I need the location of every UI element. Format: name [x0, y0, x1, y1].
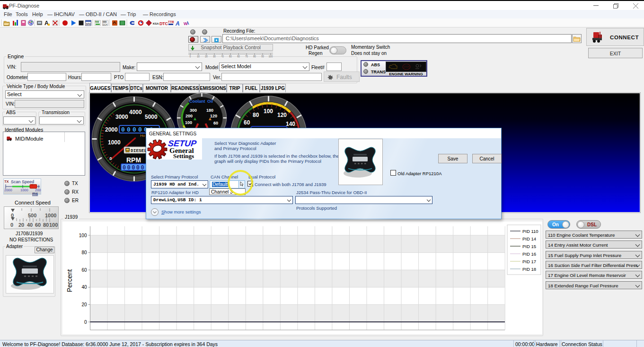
svg-text:DIESEL: DIESEL [131, 148, 147, 153]
svg-text:500: 500 [95, 20, 99, 23]
svg-text:500: 500 [28, 213, 36, 218]
svg-text:60: 60 [244, 119, 250, 126]
svg-text:20: 20 [81, 302, 87, 307]
svg-text:DCH: DCH [103, 24, 107, 26]
svg-text:PID 14: PID 14 [522, 236, 536, 241]
svg-text:40: 40 [27, 222, 33, 228]
svg-text:80: 80 [81, 250, 87, 255]
svg-text:Coolant: Coolant [189, 99, 205, 104]
svg-text:TC: TC [162, 21, 168, 26]
svg-text:120: 120 [210, 114, 217, 118]
svg-text:200: 200 [185, 114, 193, 118]
svg-text:Oil: Oil [207, 99, 213, 104]
svg-text:000: 000 [103, 20, 107, 23]
svg-text:100: 100 [79, 233, 87, 238]
svg-text:BPM: BPM [86, 23, 91, 26]
svg-text:Percent: Percent [66, 269, 73, 292]
svg-text:100: 100 [49, 222, 58, 228]
svg-text:4000: 4000 [129, 109, 142, 116]
svg-text:60: 60 [35, 222, 41, 228]
svg-text:PID 18: PID 18 [522, 267, 536, 272]
svg-text:W: W [184, 21, 188, 26]
svg-text:60: 60 [213, 121, 218, 125]
svg-text:1000: 1000 [45, 213, 56, 218]
svg-text:KSA: KSA [153, 22, 159, 25]
svg-text:120: 120 [277, 112, 287, 118]
svg-text:140: 140 [286, 121, 295, 127]
svg-text:0: 0 [84, 320, 87, 325]
svg-text:80: 80 [253, 112, 259, 118]
svg-text:00000: 00000 [123, 165, 145, 171]
svg-text:1000: 1000 [108, 139, 121, 146]
svg-text:0: 0 [10, 222, 13, 228]
svg-text:A: A [175, 20, 180, 27]
svg-text:PID 110: PID 110 [522, 229, 538, 234]
svg-text:100: 100 [185, 120, 192, 125]
svg-text:5000: 5000 [145, 114, 158, 120]
svg-text:60: 60 [81, 267, 87, 273]
svg-text:RPM: RPM [126, 156, 141, 164]
svg-text:PID 17: PID 17 [522, 259, 536, 264]
svg-text:2000: 2000 [105, 126, 118, 133]
svg-text:80: 80 [43, 222, 49, 228]
svg-text:Ho: Ho [140, 133, 145, 138]
svg-text:3000: 3000 [115, 114, 128, 120]
svg-text:0: 0 [110, 156, 112, 161]
svg-text:PID 15: PID 15 [522, 244, 536, 249]
svg-text:40: 40 [81, 285, 87, 290]
svg-text:PID 16: PID 16 [522, 251, 536, 257]
svg-text:20: 20 [18, 222, 24, 228]
svg-text:180: 180 [206, 108, 213, 113]
svg-text:STOP: STOP [404, 66, 409, 68]
svg-text:100: 100 [264, 108, 273, 115]
svg-text:300: 300 [190, 108, 197, 113]
svg-text:TTR: TTR [168, 20, 174, 24]
